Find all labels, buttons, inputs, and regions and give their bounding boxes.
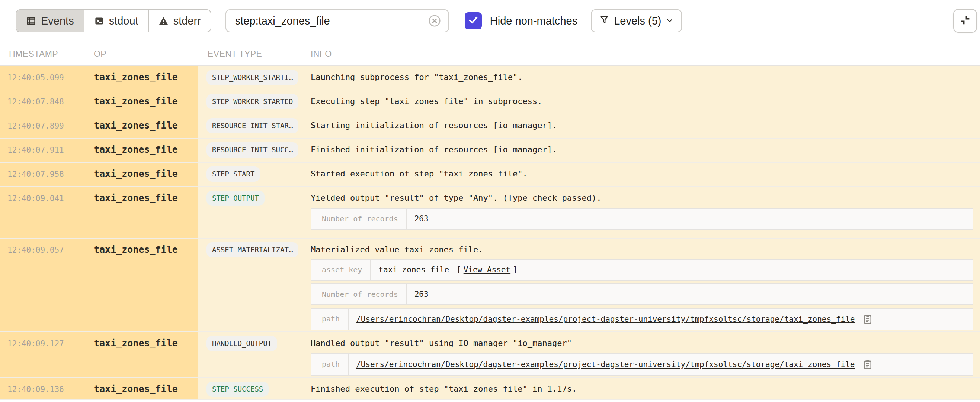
event-type-tag: STEP_OUTPUT (207, 191, 264, 206)
clear-search-icon[interactable] (428, 14, 442, 28)
event-type-cell: RESOURCE_INIT_STAR… (198, 114, 301, 138)
table-row[interactable]: 12:40:09.127 taxi_zones_file HANDLED_OUT… (0, 332, 980, 378)
info-message: Handled output "result" using IO manager… (311, 338, 973, 349)
chevron-down-icon (666, 15, 674, 27)
event-type-cell: STEP_WORKER_STARTED (198, 90, 301, 114)
tab-events[interactable]: Events (16, 10, 84, 32)
table-row[interactable]: 12:40:07.958 taxi_zones_file STEP_START … (0, 163, 980, 187)
event-type-tag: STEP_START (207, 166, 260, 182)
bracket-close: ] (513, 264, 517, 275)
hide-non-matches-label: Hide non-matches (490, 15, 578, 27)
table-row[interactable]: 12:40:09.057 taxi_zones_file ASSET_MATER… (0, 239, 980, 332)
op-cell: taxi_zones_file (84, 332, 198, 377)
collapse-panel-icon (959, 14, 972, 28)
tab-events-label: Events (41, 15, 74, 27)
column-header-event-type: EVENT TYPE (198, 42, 301, 65)
info-cell (301, 400, 980, 402)
metadata-table: Number of records 263 (311, 283, 973, 305)
event-type-cell: STEP_START (198, 163, 301, 186)
metadata-value: 263 (407, 209, 972, 229)
info-cell: Finished initialization of resources [io… (301, 139, 980, 162)
table-row-partial (0, 400, 980, 402)
info-message: Launching subprocess for "taxi_zones_fil… (311, 72, 973, 83)
metadata-label: path (312, 309, 348, 329)
metadata-value: /Users/erincochran/Desktop/dagster-examp… (348, 354, 972, 375)
metadata-label: asset_key (312, 260, 371, 280)
timestamp-cell: 12:40:09.127 (0, 332, 84, 377)
timestamp-cell: 12:40:07.848 (0, 90, 84, 114)
info-message: Finished execution of step "taxi_zones_f… (311, 383, 973, 394)
log-table-header: TIMESTAMP OP EVENT TYPE INFO (0, 42, 980, 66)
terminal-icon (94, 16, 104, 26)
event-type-tag: STEP_WORKER_STARTED (207, 94, 298, 109)
info-message: Started execution of step "taxi_zones_fi… (311, 168, 973, 179)
metadata-table: asset_key taxi_zones_file [View Asset] (311, 259, 973, 280)
collapse-panel-button[interactable] (953, 9, 977, 33)
info-message: Starting initialization of resources [io… (311, 120, 973, 131)
info-message: Materialized value taxi_zones_file. (311, 244, 973, 255)
timestamp-cell: 12:40:09.041 (0, 187, 84, 238)
log-filter-input[interactable] (235, 15, 428, 27)
metadata-value: 263 (407, 284, 972, 304)
info-cell: Finished execution of step "taxi_zones_f… (301, 378, 980, 399)
info-message: Yielded output "result" of type "Any". (… (311, 193, 973, 204)
event-type-cell: HANDLED_OUTPUT (198, 332, 301, 377)
timestamp-cell: 12:40:09.136 (0, 378, 84, 399)
table-list-icon (26, 16, 36, 26)
warning-triangle-icon (159, 16, 169, 26)
filter-funnel-icon (599, 14, 609, 27)
event-type-cell: STEP_WORKER_STARTI… (198, 66, 301, 90)
event-type-cell: STEP_OUTPUT (198, 187, 301, 238)
levels-filter-button[interactable]: Levels (5) (591, 9, 682, 32)
info-message: Executing step "taxi_zones_file" in subp… (311, 96, 973, 107)
clipboard-icon[interactable] (862, 359, 873, 370)
metadata-label: Number of records (312, 284, 407, 304)
op-cell: taxi_zones_file (84, 187, 198, 238)
table-row[interactable]: 12:40:07.911 taxi_zones_file RESOURCE_IN… (0, 139, 980, 163)
event-type-tag: HANDLED_OUTPUT (207, 336, 277, 351)
timestamp-cell: 12:40:07.899 (0, 114, 84, 138)
tab-stderr[interactable]: stderr (148, 10, 211, 32)
info-cell: Starting initialization of resources [io… (301, 114, 980, 138)
event-type-tag: STEP_WORKER_STARTI… (207, 70, 298, 85)
asset-key-value: taxi_zones_file (379, 264, 449, 275)
table-row[interactable]: 12:40:09.041 taxi_zones_file STEP_OUTPUT… (0, 187, 980, 239)
path-link[interactable]: /Users/erincochran/Desktop/dagster-examp… (356, 314, 854, 324)
event-type-cell: RESOURCE_INIT_SUCC… (198, 139, 301, 162)
timestamp-cell: 12:40:07.958 (0, 163, 84, 186)
info-cell: Yielded output "result" of type "Any". (… (301, 187, 980, 238)
op-cell (84, 400, 198, 402)
log-filter-searchbox (226, 9, 449, 32)
event-type-tag: STEP_SUCCESS (207, 381, 269, 397)
event-type-tag: RESOURCE_INIT_SUCC… (207, 142, 298, 158)
op-cell: taxi_zones_file (84, 90, 198, 114)
table-row[interactable]: 12:40:07.899 taxi_zones_file RESOURCE_IN… (0, 114, 980, 139)
clipboard-icon[interactable] (862, 313, 873, 325)
info-message: Finished initialization of resources [io… (311, 144, 973, 155)
op-cell: taxi_zones_file (84, 378, 198, 399)
tab-stdout-label: stdout (109, 15, 138, 27)
op-cell: taxi_zones_file (84, 139, 198, 162)
log-view-tabs: Events stdout stderr (16, 9, 211, 32)
view-asset-link[interactable]: View Asset (464, 264, 511, 275)
path-link[interactable]: /Users/erincochran/Desktop/dagster-examp… (356, 359, 854, 370)
event-type-cell (198, 400, 301, 402)
timestamp-cell: 12:40:05.099 (0, 66, 84, 90)
table-row[interactable]: 12:40:07.848 taxi_zones_file STEP_WORKER… (0, 90, 980, 114)
info-cell: Launching subprocess for "taxi_zones_fil… (301, 66, 980, 90)
table-row[interactable]: 12:40:09.136 taxi_zones_file STEP_SUCCES… (0, 378, 980, 400)
op-cell: taxi_zones_file (84, 163, 198, 186)
info-cell: Started execution of step "taxi_zones_fi… (301, 163, 980, 186)
op-cell: taxi_zones_file (84, 239, 198, 331)
tab-stdout[interactable]: stdout (84, 10, 148, 32)
log-toolbar: Events stdout stderr Hide non-matches (0, 0, 980, 42)
metadata-table: Number of records 263 (311, 208, 973, 229)
metadata-value: taxi_zones_file [View Asset] (371, 260, 972, 280)
hide-non-matches-checkbox[interactable] (465, 12, 482, 29)
metadata-label: path (312, 354, 348, 375)
op-cell: taxi_zones_file (84, 114, 198, 138)
metadata-value: /Users/erincochran/Desktop/dagster-examp… (348, 309, 972, 329)
timestamp-cell: 12:40:09.057 (0, 239, 84, 331)
tab-stderr-label: stderr (173, 15, 201, 27)
table-row[interactable]: 12:40:05.099 taxi_zones_file STEP_WORKER… (0, 66, 980, 90)
